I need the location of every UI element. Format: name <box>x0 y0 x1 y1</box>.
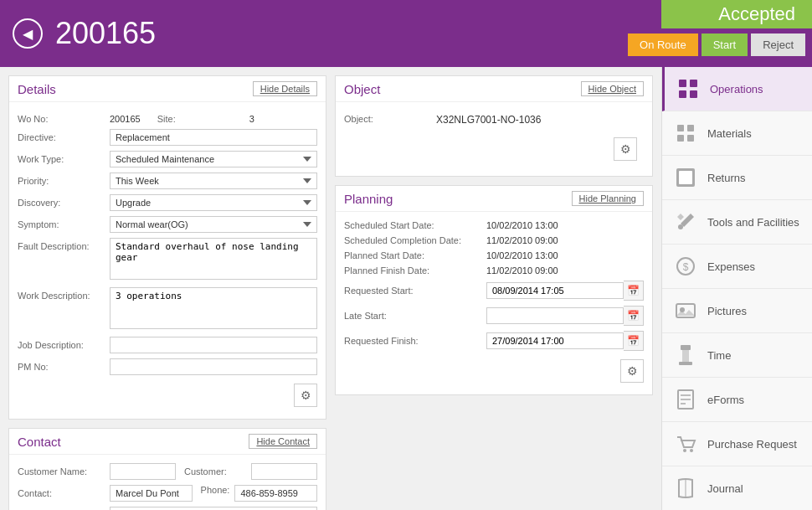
details-card: Details Hide Details Wo No: 200165 Site:… <box>8 75 326 420</box>
wo-no-row: Wo No: 200165 Site: 3 <box>18 111 317 124</box>
contact-input[interactable] <box>110 485 193 502</box>
object-card: Object Hide Object Object: X32NLG7001-NO… <box>335 75 653 177</box>
req-start-calendar-button[interactable]: 📅 <box>624 281 644 301</box>
sched-completion-value: 11/02/2010 09:00 <box>486 235 644 245</box>
sidebar-item-pictures[interactable]: Pictures <box>662 289 812 333</box>
fault-desc-input[interactable]: Standard overhaul of nose landing gear <box>110 238 317 280</box>
details-title: Details <box>18 82 56 96</box>
work-desc-input[interactable]: 3 operations <box>110 287 317 329</box>
sidebar-item-purchase[interactable]: Purchase Request <box>662 422 812 466</box>
sidebar-label-time: Time <box>707 349 731 362</box>
job-desc-row: Job Description: <box>18 337 317 353</box>
sidebar-item-journal[interactable]: Journal <box>662 466 812 510</box>
sidebar-label-purchase: Purchase Request <box>707 438 797 451</box>
main-area: Details Hide Details Wo No: 200165 Site:… <box>0 67 812 510</box>
req-start-row: Requested Start: 📅 <box>344 281 644 301</box>
job-desc-label: Job Description: <box>18 337 110 350</box>
req-finish-input-wrap: 📅 <box>486 331 644 351</box>
directive-value-wrap <box>110 129 317 146</box>
pm-no-row: PM No: <box>18 358 317 375</box>
right-column: Object Hide Object Object: X32NLG7001-NO… <box>335 75 653 502</box>
line1-input[interactable] <box>110 507 317 510</box>
back-button[interactable]: ◀ <box>13 18 43 49</box>
expenses-icon: $ <box>672 253 699 280</box>
planning-settings-button[interactable]: ⚙ <box>620 359 644 383</box>
sidebar-label-tools: Tools and Facilities <box>707 216 799 229</box>
header-right: Accepted On Route Start Reject <box>621 0 812 61</box>
line1-value-wrap <box>110 507 317 510</box>
svg-rect-5 <box>687 125 694 131</box>
sidebar-item-eforms[interactable]: eForms <box>662 378 812 422</box>
time-icon <box>672 342 699 368</box>
late-start-input[interactable] <box>486 307 624 324</box>
line1-row: Line 1: <box>18 507 317 510</box>
planned-start-row: Planned Start Date: 10/02/2010 13:00 <box>344 250 644 260</box>
details-settings-row: ⚙ <box>18 380 317 410</box>
req-finish-row: Requested Finish: 📅 <box>344 331 644 351</box>
customer-name-label: Customer Name: <box>18 463 110 477</box>
sidebar-item-returns[interactable]: Returns <box>662 156 812 200</box>
symptom-select[interactable]: Normal wear(OG) <box>110 216 317 233</box>
req-finish-calendar-button[interactable]: 📅 <box>624 331 644 351</box>
sidebar-item-operations[interactable]: Operations <box>662 67 812 111</box>
pm-no-input[interactable] <box>110 358 317 375</box>
work-type-select[interactable]: Scheduled Maintenance <box>110 151 317 167</box>
line1-label: Line 1: <box>18 507 110 510</box>
svg-rect-0 <box>679 80 686 87</box>
svg-text:$: $ <box>683 261 689 273</box>
sched-completion-label: Scheduled Completion Date: <box>344 235 486 245</box>
svg-rect-1 <box>690 80 697 87</box>
hide-planning-button[interactable]: Hide Planning <box>572 191 645 206</box>
svg-point-10 <box>678 224 683 229</box>
discovery-select[interactable]: Upgrade <box>110 194 317 211</box>
sidebar-item-expenses[interactable]: $ Expenses <box>662 245 812 289</box>
contact-header: Contact Hide Contact <box>9 429 326 455</box>
fault-desc-value-wrap: Standard overhaul of nose landing gear <box>110 238 317 282</box>
returns-icon <box>672 164 699 191</box>
priority-value-wrap: This Week <box>110 173 317 189</box>
eforms-icon <box>672 386 699 413</box>
site-label: Site: <box>157 111 249 124</box>
phone-label: Phone: <box>201 485 230 495</box>
start-button[interactable]: Start <box>702 33 748 56</box>
directive-row: Directive: <box>18 129 317 146</box>
req-finish-label: Requested Finish: <box>344 336 486 346</box>
phone-input[interactable] <box>234 485 317 502</box>
discovery-label: Discovery: <box>18 194 110 208</box>
hide-details-button[interactable]: Hide Details <box>253 81 317 96</box>
details-settings-button[interactable]: ⚙ <box>294 384 317 407</box>
svg-rect-4 <box>677 125 684 131</box>
contact-title: Contact <box>18 435 61 449</box>
sidebar-item-materials[interactable]: Materials <box>662 111 812 156</box>
req-start-input[interactable] <box>486 282 624 299</box>
directive-input[interactable] <box>110 129 317 146</box>
on-route-button[interactable]: On Route <box>628 33 698 56</box>
req-finish-input[interactable] <box>486 332 624 349</box>
object-title: Object <box>344 82 380 96</box>
details-header: Details Hide Details <box>9 76 326 102</box>
job-desc-input[interactable] <box>110 337 317 353</box>
object-header: Object Hide Object <box>336 76 652 102</box>
object-row: Object: X32NLG7001-NO-1036 <box>344 111 644 126</box>
sidebar-label-materials: Materials <box>707 127 752 140</box>
sched-completion-row: Scheduled Completion Date: 11/02/2010 09… <box>344 235 644 245</box>
priority-select[interactable]: This Week <box>110 173 317 189</box>
status-badge: Accepted <box>661 0 812 28</box>
late-start-calendar-button[interactable]: 📅 <box>624 306 644 326</box>
svg-rect-2 <box>679 90 686 98</box>
hide-object-button[interactable]: Hide Object <box>581 81 644 96</box>
hide-contact-button[interactable]: Hide Contact <box>249 434 317 449</box>
customer-input[interactable] <box>251 463 317 480</box>
details-body: Wo No: 200165 Site: 3 Directive: Work Ty… <box>9 102 326 419</box>
late-start-input-wrap: 📅 <box>486 306 644 326</box>
sidebar-item-tools[interactable]: Tools and Facilities <box>662 200 812 245</box>
left-column: Details Hide Details Wo No: 200165 Site:… <box>8 75 326 502</box>
planning-body: Scheduled Start Date: 10/02/2010 13:00 S… <box>336 212 652 394</box>
work-desc-label: Work Description: <box>18 287 110 301</box>
reject-button[interactable]: Reject <box>751 33 805 56</box>
customer-name-input[interactable] <box>110 463 176 480</box>
late-start-label: Late Start: <box>344 311 486 321</box>
object-settings-button[interactable]: ⚙ <box>614 137 637 161</box>
sidebar-item-time[interactable]: Time <box>662 333 812 378</box>
sidebar-label-returns: Returns <box>707 172 746 184</box>
